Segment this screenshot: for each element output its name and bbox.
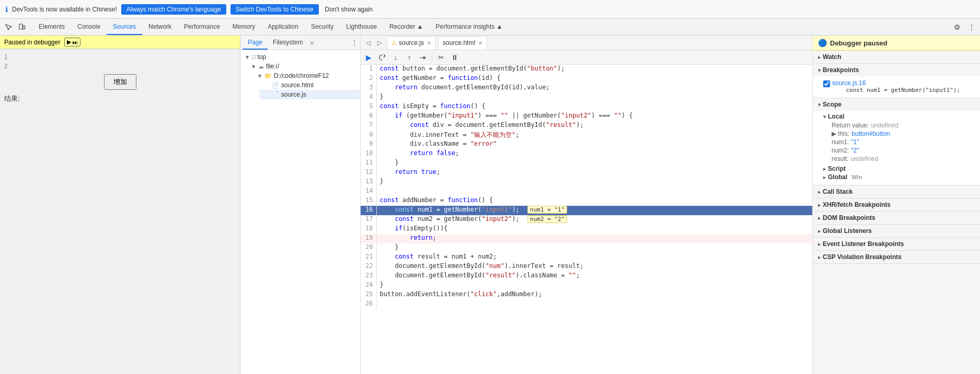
code-line-14[interactable]: 14 — [361, 187, 812, 196]
dom-arrow — [818, 215, 821, 221]
section-xhr-label: XHR/fetch Breakpoints — [823, 201, 891, 208]
device-toolbar-button[interactable] — [16, 21, 28, 33]
step-out-button[interactable]: ↑ — [403, 52, 415, 63]
code-line-12[interactable]: 12 return true; — [361, 168, 812, 178]
resume-execution-button[interactable]: ▶ — [363, 52, 374, 63]
scope-local-label[interactable]: Local — [823, 113, 975, 120]
devtools-more-button[interactable]: ⋮ — [965, 21, 978, 33]
tree-item-folder[interactable]: ▼ 📁 D:/code/chromeF12 — [253, 71, 360, 80]
code-line-20[interactable]: 20 } — [361, 243, 812, 253]
tab-recorder[interactable]: Recorder ▲ — [383, 19, 430, 35]
code-line-16[interactable]: 16 const num1 = getNumber("input1"); num… — [361, 206, 812, 215]
sources-nav-back[interactable]: ◁ — [363, 38, 373, 48]
file-panel-menu-button[interactable]: ⋮ — [351, 39, 358, 47]
tab-network[interactable]: Network — [142, 19, 178, 35]
code-area[interactable]: 1const button = document.getElementById(… — [361, 65, 812, 374]
section-bp-content: source.js:16 const num1 = getNumber("inp… — [813, 76, 980, 98]
resume-script-button[interactable]: ▶ ⏭ — [64, 38, 80, 46]
tab-performance-insights[interactable]: Performance insights ▲ — [430, 19, 509, 35]
pause-exceptions-button[interactable]: ⏸ — [449, 52, 460, 63]
section-el-label: Event Listener Breakpoints — [823, 240, 904, 248]
code-line-26[interactable]: 26 — [361, 300, 812, 309]
line-content-4: } — [376, 93, 812, 102]
code-line-3[interactable]: 3 return document.getElementById(id).val… — [361, 84, 812, 93]
section-dom: DOM Breakpoints — [813, 212, 980, 225]
code-line-9[interactable]: 9 div.className = "error" — [361, 140, 812, 149]
scope-this-value[interactable]: button#button — [851, 130, 890, 137]
line-content-18: if(isEmpty()){ — [376, 225, 812, 234]
section-gl-header[interactable]: Global Listeners — [813, 225, 980, 237]
inspect-element-button[interactable] — [2, 21, 15, 33]
tab-console[interactable]: Console — [71, 19, 107, 35]
page-tab-page[interactable]: Page — [243, 36, 268, 50]
code-line-24[interactable]: 24} — [361, 281, 812, 290]
devtools-settings-button[interactable]: ⚙ — [951, 21, 963, 33]
section-dom-header[interactable]: DOM Breakpoints — [813, 212, 980, 224]
bp-location[interactable]: source.js:16 — [832, 79, 960, 87]
code-line-18[interactable]: 18 if(isEmpty()){ — [361, 225, 812, 234]
code-line-13[interactable]: 13} — [361, 178, 812, 187]
result-label: 结果: — [4, 94, 236, 103]
close-source-html-btn[interactable]: ✕ — [478, 40, 482, 46]
code-line-10[interactable]: 10 return false; — [361, 149, 812, 159]
step-over-button[interactable] — [376, 52, 388, 63]
step-into-button[interactable]: ↓ — [390, 52, 401, 63]
code-line-19[interactable]: 19 return; — [361, 234, 812, 243]
tab-performance[interactable]: Performance — [178, 19, 226, 35]
code-line-11[interactable]: 11 } — [361, 159, 812, 168]
page-tab-more[interactable]: » — [308, 39, 316, 46]
tree-item-source-js[interactable]: 📄 source.js — [259, 90, 360, 99]
code-line-6[interactable]: 6 if (getNumber("input1") === "" || getN… — [361, 112, 812, 121]
code-line-21[interactable]: 21 const result = num1 + num2; — [361, 253, 812, 262]
code-line-22[interactable]: 22 document.getElementById("num").innerT… — [361, 262, 812, 272]
line-content-20: } — [376, 243, 812, 253]
sources-nav-fwd[interactable]: ▷ — [374, 38, 385, 48]
tab-elements[interactable]: Elements — [32, 19, 71, 35]
source-tab-source-js[interactable]: ⚠ source.js ✕ — [387, 36, 436, 50]
code-line-7[interactable]: 7 const div = document.getElementById("r… — [361, 121, 812, 131]
page-tab-filesystem[interactable]: Filesystem — [268, 36, 308, 50]
line-content-6: if (getNumber("input1") === "" || getNum… — [376, 112, 812, 121]
switch-chinese-button[interactable]: Switch DevTools to Chinese — [230, 4, 319, 15]
devtools-main: Paused in debugger ▶ ⏭ 1 2 增加 结果: Page F… — [0, 36, 980, 374]
scope-global-label[interactable]: Global Win — [823, 173, 975, 181]
section-callstack-header[interactable]: Call Stack — [813, 185, 980, 198]
breakpoint-checkbox[interactable] — [823, 80, 830, 87]
code-line-25[interactable]: 25button.addEventListener("click",addNum… — [361, 290, 812, 300]
code-line-2[interactable]: 2const getNumber = function(id) { — [361, 74, 812, 84]
code-line-5[interactable]: 5const isEmpty = function() { — [361, 102, 812, 112]
section-csp-header[interactable]: CSP Violation Breakpoints — [813, 251, 980, 263]
tab-security[interactable]: Security — [305, 19, 340, 35]
step-button[interactable]: ⇥ — [417, 52, 429, 63]
section-el-header[interactable]: Event Listener Breakpoints — [813, 238, 980, 250]
deactivate-bp-button[interactable]: ✂ — [435, 52, 447, 63]
close-source-js-btn[interactable]: ✕ — [427, 40, 431, 46]
section-watch: Watch — [813, 51, 980, 64]
banner-text: DevTools is now available in Chinese! — [12, 6, 117, 13]
code-line-8[interactable]: 8 div.innerText = "输入不能为空"; — [361, 131, 812, 140]
svg-rect-1 — [23, 26, 25, 29]
line-number-12: 12 — [361, 168, 376, 178]
code-line-23[interactable]: 23 document.getElementById("result").cla… — [361, 272, 812, 281]
dont-show-again-link[interactable]: Don't show again — [325, 6, 373, 13]
scope-script-label[interactable]: Script — [823, 165, 975, 172]
tab-sources[interactable]: Sources — [107, 19, 142, 35]
match-language-button[interactable]: Always match Chrome's language — [121, 4, 226, 15]
add-button[interactable]: 增加 — [104, 74, 136, 90]
code-line-15[interactable]: 15const addNumber = function() { — [361, 196, 812, 206]
section-bp-header[interactable]: Breakpoints — [813, 64, 980, 76]
script-label-text: Script — [828, 165, 846, 172]
tab-application[interactable]: Application — [261, 19, 305, 35]
section-watch-header[interactable]: Watch — [813, 51, 980, 63]
tab-lighthouse[interactable]: Lighthouse — [340, 19, 383, 35]
tree-item-file[interactable]: ▼ ☁ file:// — [247, 62, 360, 71]
code-line-17[interactable]: 17 const num2 = getNumber("input2"); num… — [361, 215, 812, 225]
tree-item-top[interactable]: ▼ □ top — [240, 52, 360, 62]
section-scope-header[interactable]: Scope — [813, 98, 980, 111]
tab-memory[interactable]: Memory — [226, 19, 261, 35]
code-line-1[interactable]: 1const button = document.getElementById(… — [361, 65, 812, 74]
tree-item-source-html[interactable]: 📄 source.html — [259, 80, 360, 90]
section-xhr-header[interactable]: XHR/fetch Breakpoints — [813, 198, 980, 211]
source-tab-source-html[interactable]: source.html ✕ — [438, 36, 487, 50]
code-line-4[interactable]: 4} — [361, 93, 812, 102]
